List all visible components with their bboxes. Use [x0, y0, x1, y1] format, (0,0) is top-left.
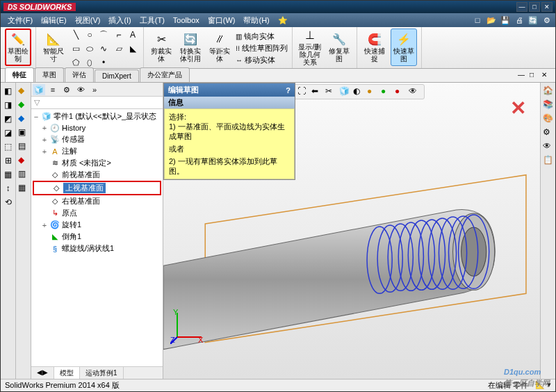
tree-origin[interactable]: ↳原点 [33, 207, 161, 219]
tree-tab-feature-icon[interactable]: 🧊 [33, 84, 45, 95]
lt1-2-icon[interactable]: ◨ [3, 99, 14, 111]
tree-tab-display-icon[interactable]: 👁 [74, 84, 87, 95]
tree-annotations[interactable]: +A注解 [33, 145, 161, 157]
line-icon[interactable]: ╲ [70, 28, 82, 41]
doc-max-icon[interactable]: □ [530, 71, 539, 81]
menu-toolbox[interactable]: Toolbox [169, 16, 204, 24]
repair-button[interactable]: 🔧修复草图 [326, 28, 352, 66]
qat-options-icon[interactable]: ⚙ [541, 15, 553, 26]
rb-lib-icon[interactable]: 📚 [543, 99, 554, 111]
menu-expand-icon[interactable]: ⭐ [274, 16, 292, 25]
orientation-triad[interactable]: Y X Z [170, 309, 205, 344]
lt2-6-icon[interactable]: ◆ [18, 155, 29, 166]
tree-tab-more-icon[interactable]: » [88, 84, 101, 95]
plane-icon[interactable]: ▱ [113, 42, 125, 55]
graphics-viewport[interactable]: 🔍⛶ ⬅✂ 🧊◐ ●● ●👁 ✕ [163, 83, 540, 379]
menu-view[interactable]: 视图(V) [71, 15, 105, 26]
rect-icon[interactable]: ▭ [70, 42, 82, 55]
maximize-button[interactable]: □ [529, 2, 540, 12]
menu-window[interactable]: 窗口(W) [204, 15, 240, 26]
arc-icon[interactable]: ⌒ [97, 28, 110, 41]
trim-button[interactable]: ✂剪裁实体 [148, 28, 174, 66]
lt2-2-icon[interactable]: ◆ [18, 99, 29, 111]
rb-appear-icon[interactable]: 🎨 [543, 113, 554, 124]
tab-features[interactable]: 特征 [5, 67, 34, 82]
smart-dimension-button[interactable]: 📐 智能尺寸 [40, 28, 67, 66]
lt1-5-icon[interactable]: ⬚ [3, 141, 14, 152]
tree-tab-property-icon[interactable]: ≡ [47, 84, 59, 95]
app-logo: DS SOLIDWORKS [3, 3, 76, 11]
tree-helix[interactable]: §螺旋线/涡状线1 [33, 243, 161, 254]
tree-history[interactable]: +🕘History [33, 122, 161, 133]
qat-print-icon[interactable]: 🖨 [514, 15, 525, 26]
bottab-arrows[interactable]: ◀▶ [31, 367, 54, 379]
lt1-7-icon[interactable]: ▦ [3, 169, 14, 180]
svg-text:X: X [198, 336, 204, 344]
tree-revolve[interactable]: +🌀旋转1 [33, 219, 161, 231]
tree-top-plane[interactable]: ◇上视基准面 [33, 181, 161, 195]
bottab-model[interactable]: 模型 [54, 367, 80, 379]
rb-prop-icon[interactable]: 📋 [543, 155, 554, 166]
slot-icon[interactable]: ⬭ [83, 42, 96, 55]
spline-icon[interactable]: ∿ [97, 42, 110, 55]
mirror-button[interactable]: ▥ 镜向实体 [236, 31, 288, 42]
chamfer-icon[interactable]: ◣ [126, 42, 139, 55]
snap-button[interactable]: 🧲快速捕捉 [361, 28, 388, 66]
tree-sensors[interactable]: +📡传感器 [33, 133, 161, 145]
lt1-8-icon[interactable]: ↕ [3, 183, 14, 194]
tab-office[interactable]: 办公室产品 [140, 67, 190, 82]
tab-dimxpert[interactable]: DimXpert [95, 70, 139, 82]
feature-tree[interactable]: −🧊零件1 (默认<<默认>_显示状态 +🕘History +📡传感器 +A注解… [31, 109, 163, 366]
convert-button[interactable]: 🔄转换实体引用 [177, 28, 204, 66]
lt1-9-icon[interactable]: ⟲ [3, 197, 14, 208]
display-relations-button[interactable]: ⊥显示/删除几何关系 [297, 28, 323, 66]
tree-root[interactable]: −🧊零件1 (默认<<默认>_显示状态 [33, 111, 161, 122]
tree-right-plane[interactable]: ◇右视基准面 [33, 195, 161, 207]
lt2-3-icon[interactable]: ◆ [18, 113, 29, 124]
tab-sketch[interactable]: 草图 [35, 67, 64, 82]
lt1-4-icon[interactable]: ◪ [3, 127, 14, 138]
menu-edit[interactable]: 编辑(E) [37, 15, 71, 26]
lt2-5-icon[interactable]: ▤ [18, 141, 29, 152]
text-icon[interactable]: A [126, 28, 139, 41]
rb-home-icon[interactable]: 🏠 [543, 85, 554, 97]
rb-custom-icon[interactable]: ⚙ [543, 127, 554, 138]
menu-file[interactable]: 文件(F) [3, 15, 37, 26]
rapid-sketch-button[interactable]: ⚡快速草图 [391, 28, 417, 66]
tree-material[interactable]: ≋材质 <未指定> [33, 157, 161, 169]
tree-filter[interactable]: ▽ [31, 97, 163, 109]
menu-tools[interactable]: 工具(T) [136, 15, 169, 26]
tree-front-plane[interactable]: ◇前视基准面 [33, 169, 161, 181]
lt2-4-icon[interactable]: ▣ [18, 127, 29, 138]
fillet-icon[interactable]: ⌐ [113, 28, 125, 41]
minimize-button[interactable]: — [516, 2, 528, 12]
doc-min-icon[interactable]: — [518, 71, 528, 81]
menu-insert[interactable]: 插入(I) [104, 15, 135, 26]
menu-help[interactable]: 帮助(H) [239, 15, 273, 26]
pattern-button[interactable]: ⁞⁞ 线性草图阵列 [236, 43, 288, 54]
close-button[interactable]: ✕ [541, 2, 553, 12]
rb-view-icon[interactable]: 👁 [543, 141, 554, 152]
doc-close-icon[interactable]: ✕ [541, 71, 551, 81]
qat-new-icon[interactable]: □ [472, 15, 483, 26]
tab-evaluate[interactable]: 评估 [65, 67, 94, 82]
lt1-1-icon[interactable]: ◧ [3, 85, 14, 97]
prop-help-icon[interactable]: ? [286, 86, 291, 95]
point-icon[interactable]: • [97, 56, 110, 69]
qat-rebuild-icon[interactable]: 🔄 [528, 15, 539, 26]
tree-tab-config-icon[interactable]: ⚙ [60, 84, 73, 95]
circle-icon[interactable]: ○ [83, 28, 96, 41]
qat-open-icon[interactable]: 📂 [486, 15, 497, 26]
lt2-1-icon[interactable]: ◆ [18, 85, 29, 97]
offset-button[interactable]: ⫽等距实体 [206, 28, 233, 66]
lt1-6-icon[interactable]: ⊞ [3, 155, 14, 166]
lt1-3-icon[interactable]: ◩ [3, 113, 14, 124]
sketch-button[interactable]: ✏️ 草图绘制 [5, 28, 31, 66]
bottab-motion[interactable]: 运动算例1 [80, 367, 124, 379]
status-extra-icon[interactable]: 📐 ▾ [535, 380, 551, 391]
lt2-7-icon[interactable]: ▥ [18, 169, 29, 180]
lt2-8-icon[interactable]: ▦ [18, 183, 29, 194]
move-button[interactable]: ↔ 移动实体 [236, 55, 288, 65]
qat-save-icon[interactable]: 💾 [500, 15, 511, 26]
tree-chamfer[interactable]: ◣倒角1 [33, 231, 161, 243]
